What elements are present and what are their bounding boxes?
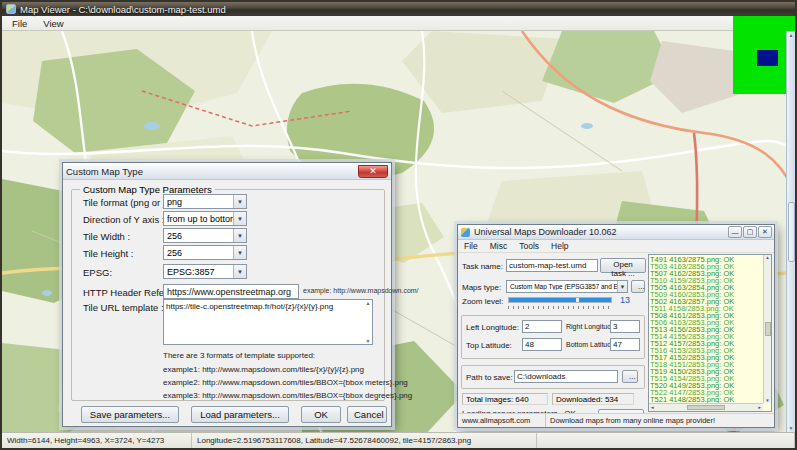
load-parameters-button[interactable]: Load parameters... (191, 406, 289, 423)
scroll-up-icon[interactable]: ▲ (789, 32, 794, 38)
umd-menu-tools[interactable]: Tools (513, 241, 545, 251)
scroll-down-icon[interactable]: ▼ (789, 425, 794, 431)
path-label: Path to save: (466, 373, 513, 382)
template-note: There are 3 formats of template supporte… (163, 351, 315, 360)
epsg-value: EPSG:3857 (167, 267, 233, 277)
top-latitude-input[interactable] (522, 338, 562, 351)
log-vertical-scrollbar[interactable]: ▲ ▼ (763, 255, 771, 403)
total-images-text: Total images: 640 (462, 393, 548, 405)
referer-hint: example: http://www.mapsdown.com/ (303, 287, 419, 294)
log-horizontal-scrollbar[interactable]: ◄ ► (649, 403, 763, 411)
close-icon[interactable]: ✕ (758, 226, 772, 238)
menu-view[interactable]: View (35, 17, 71, 30)
left-longitude-input[interactable] (522, 320, 562, 333)
main-window-title: Map Viewer - C:\download\custom-map-test… (20, 4, 226, 15)
maps-type-select[interactable]: Custom Map Type (EPSG3857 and EPSG4326 s… (506, 280, 628, 293)
custom-dialog-titlebar[interactable]: Custom Map Type ✕ (63, 163, 391, 180)
scroll-up-icon[interactable]: ▲ (366, 300, 371, 306)
downloaded-text: Downloaded: 534 (552, 393, 634, 405)
ok-button[interactable]: OK (301, 406, 341, 423)
map-vertical-scrollbar[interactable]: ▲ ▼ (786, 31, 795, 432)
tile-format-value: png (167, 197, 233, 207)
template-input[interactable]: https://tile-c.openstreetmap.fr/hot/{z}/… (163, 299, 373, 345)
template-label: Tile URL template : (83, 302, 164, 313)
scroll-thumb[interactable] (765, 322, 771, 336)
tile-height-label: Tile Height : (83, 248, 133, 259)
scroll-right-icon[interactable]: ► (758, 405, 762, 410)
zoom-level-value: 13 (620, 295, 630, 305)
tile-width-select[interactable]: 256 ▼ (163, 228, 247, 243)
template-example-3: example3: http://www.mapsdown.com/tiles/… (163, 391, 412, 400)
status-spacer (537, 433, 795, 448)
tile-width-label: Tile Width : (83, 231, 130, 242)
bottom-latitude-input[interactable] (610, 338, 640, 351)
save-parameters-button[interactable]: Save parameters... (81, 406, 179, 423)
epsg-select[interactable]: EPSG:3857 ▼ (163, 264, 247, 279)
status-coordinates: Longitude=2.5196753117608, Latitude=47.5… (192, 433, 537, 448)
tile-height-value: 256 (167, 248, 233, 258)
top-latitude-label: Top Latitude: (466, 341, 512, 350)
maximize-icon[interactable]: ▢ (743, 226, 757, 238)
chevron-down-icon[interactable]: ▼ (233, 229, 246, 242)
open-task-button[interactable]: Open task ... (600, 258, 646, 273)
maps-type-value: Custom Map Type (EPSG3857 and EPSG4326 s… (510, 283, 617, 290)
y-axis-value: from up to bottom (167, 214, 233, 224)
map-viewer-window: Map Viewer - C:\download\custom-map-test… (0, 0, 797, 450)
umd-title: Universal Maps Downloader 10.062 (474, 227, 617, 237)
path-input[interactable] (514, 370, 618, 383)
referer-input[interactable] (163, 284, 299, 299)
chevron-down-icon[interactable]: ▼ (233, 265, 246, 278)
template-scrollbar[interactable]: ▲ ▼ (364, 300, 372, 344)
menu-file[interactable]: File (4, 17, 35, 30)
scroll-up-icon[interactable]: ▲ (765, 255, 769, 260)
right-longitude-input[interactable] (610, 320, 640, 333)
template-example-1: example1: http://www.mapsdown.com/tiles/… (163, 365, 364, 374)
scroll-down-icon[interactable]: ▼ (765, 398, 769, 403)
umd-app-icon (461, 228, 470, 237)
umd-slogan-text: Download maps from many online maps prov… (546, 414, 774, 427)
scroll-left-icon[interactable]: ◄ (650, 405, 654, 410)
chevron-down-icon[interactable]: ▼ (233, 195, 246, 208)
scroll-thumb[interactable] (687, 405, 725, 410)
umd-dialog: Universal Maps Downloader 10.062 — ▢ ✕ F… (457, 224, 775, 428)
maps-type-label: Maps type: (462, 283, 501, 292)
left-longitude-label: Left Longitude: (466, 323, 519, 332)
umd-menu-help[interactable]: Help (545, 241, 574, 251)
chevron-down-icon[interactable]: ▼ (233, 246, 246, 259)
custom-dialog-title: Custom Map Type (66, 166, 143, 177)
zoom-level-label: Zoom level: (462, 297, 503, 306)
custom-map-type-dialog: Custom Map Type ✕ Custom Map Type Parame… (62, 162, 392, 427)
maps-type-browse-button[interactable]: ... (631, 280, 645, 293)
umd-menu-misc[interactable]: Misc (484, 241, 513, 251)
scroll-thumb[interactable] (788, 202, 795, 262)
close-icon[interactable]: ✕ (358, 165, 388, 178)
chevron-down-icon[interactable]: ▼ (617, 281, 627, 292)
umd-menu-file[interactable]: File (458, 241, 484, 251)
tile-preview-marker (757, 50, 778, 66)
main-titlebar[interactable]: Map Viewer - C:\download\custom-map-test… (2, 2, 795, 16)
log-rows: T491 4163/2875.png: OKT503 4163/2856.png… (650, 256, 763, 403)
main-menubar: File View (2, 16, 795, 31)
template-example-2: example2: http://www.mapsdown.com/tiles/… (163, 378, 408, 387)
status-dimensions: Width=6144, Height=4963, X=3724, Y=4273 (2, 433, 192, 448)
y-axis-label: Direction of Y axis : (83, 214, 165, 225)
tile-format-select[interactable]: png ▼ (163, 194, 247, 209)
umd-statusbar: www.allmapsoft.com Download maps from ma… (458, 413, 774, 427)
cancel-button[interactable]: Cancel (347, 406, 387, 423)
minimize-icon[interactable]: — (728, 226, 742, 238)
umd-titlebar[interactable]: Universal Maps Downloader 10.062 — ▢ ✕ (458, 225, 774, 240)
task-name-label: Task name: (462, 262, 503, 271)
download-log-list[interactable]: T491 4163/2875.png: OKT503 4163/2856.png… (648, 254, 772, 412)
zoom-slider-ticks (508, 306, 612, 309)
tile-height-select[interactable]: 256 ▼ (163, 245, 247, 260)
umd-menubar: File Misc Tools Help (458, 240, 774, 253)
umd-website-text: www.allmapsoft.com (458, 414, 546, 427)
zoom-level-slider[interactable] (508, 297, 612, 303)
app-icon (6, 4, 16, 14)
epsg-label: EPSG: (83, 267, 112, 278)
task-name-input[interactable] (506, 259, 598, 272)
scroll-down-icon[interactable]: ▼ (366, 338, 371, 344)
path-browse-button[interactable]: ... (622, 370, 638, 383)
y-axis-select[interactable]: from up to bottom ▼ (163, 211, 247, 226)
chevron-down-icon[interactable]: ▼ (233, 212, 246, 225)
